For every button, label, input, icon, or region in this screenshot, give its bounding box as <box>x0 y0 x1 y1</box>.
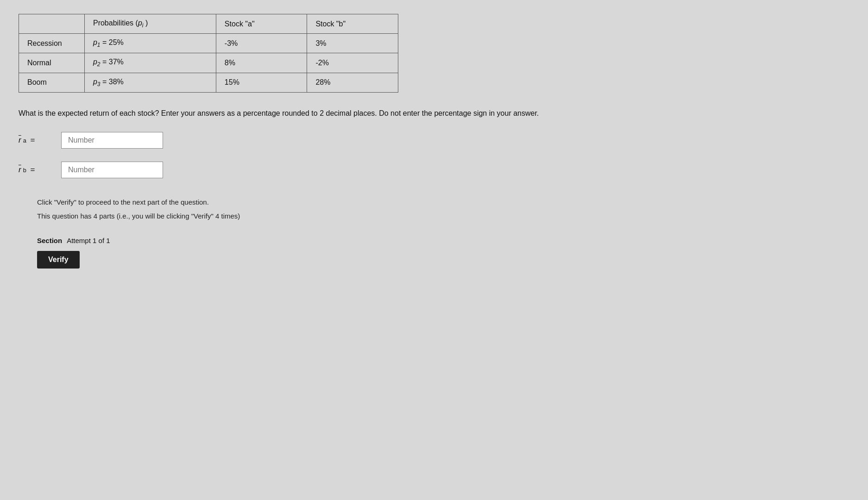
stock-b-recession: 3% <box>307 34 398 53</box>
table-header-probabilities: Probabilities (pi ) <box>84 14 216 34</box>
section-row: Section Attempt 1 of 1 <box>37 237 849 244</box>
table-header-stock-b: Stock "b" <box>307 14 398 34</box>
prob-boom: p3 = 38% <box>84 73 216 92</box>
verify-section: Click "Verify" to proceed to the next pa… <box>37 197 849 269</box>
prob-recession: p1 = 25% <box>84 34 216 53</box>
stock-a-normal: 8% <box>216 53 307 73</box>
section-label: Section <box>37 237 62 244</box>
rb-input-row: rb = <box>19 162 849 178</box>
scenario-recession: Recession <box>19 34 85 53</box>
ra-input[interactable] <box>61 132 163 149</box>
verify-button[interactable]: Verify <box>37 251 80 269</box>
prob-normal: p2 = 37% <box>84 53 216 73</box>
ra-input-row: ra = <box>19 132 849 149</box>
rb-input[interactable] <box>61 162 163 178</box>
attempt-text: Attempt 1 of 1 <box>67 237 110 244</box>
table-row: Normal p2 = 37% 8% -2% <box>19 53 398 73</box>
verify-note-1: Click "Verify" to proceed to the next pa… <box>37 197 849 208</box>
main-content: Probabilities (pi ) Stock "a" Stock "b" … <box>19 14 849 269</box>
table-header-empty <box>19 14 85 34</box>
question-text: What is the expected return of each stoc… <box>19 107 713 119</box>
stock-a-recession: -3% <box>216 34 307 53</box>
ra-label: ra = <box>19 136 56 145</box>
prob-header-text: Probabilities (pi ) <box>93 19 148 27</box>
table-row: Boom p3 = 38% 15% 28% <box>19 73 398 92</box>
stock-b-boom: 28% <box>307 73 398 92</box>
rb-label: rb = <box>19 165 56 175</box>
table-header-stock-a: Stock "a" <box>216 14 307 34</box>
stock-b-normal: -2% <box>307 53 398 73</box>
probability-table: Probabilities (pi ) Stock "a" Stock "b" … <box>19 14 398 93</box>
scenario-normal: Normal <box>19 53 85 73</box>
table-row: Recession p1 = 25% -3% 3% <box>19 34 398 53</box>
verify-note-2: This question has 4 parts (i.e., you wil… <box>37 211 849 222</box>
scenario-boom: Boom <box>19 73 85 92</box>
stock-a-boom: 15% <box>216 73 307 92</box>
